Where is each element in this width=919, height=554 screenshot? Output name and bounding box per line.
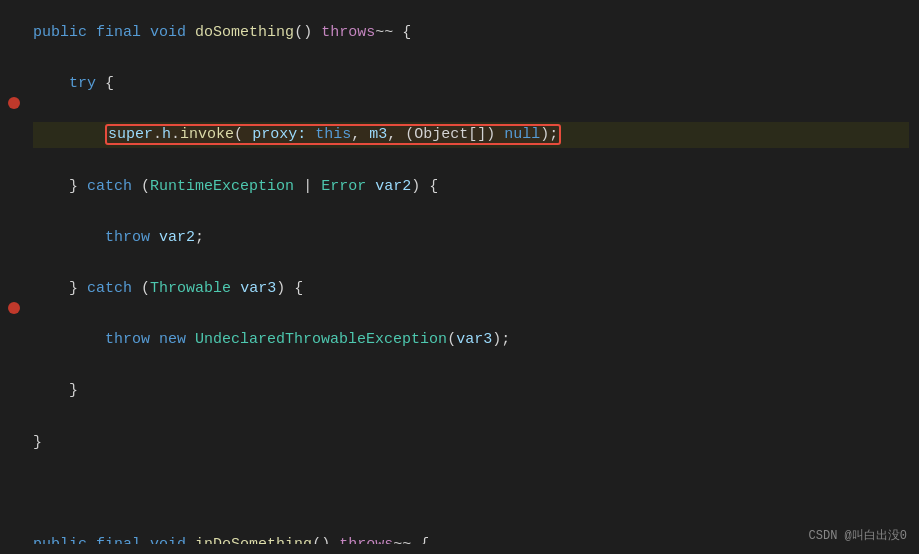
breakpoint-2 xyxy=(8,302,20,314)
watermark: CSDN @叫白出没0 xyxy=(809,527,907,546)
code-line-7: throw new UndeclaredThrowableException(v… xyxy=(33,327,909,353)
code-line-6: } catch (Throwable var3) { xyxy=(33,276,909,302)
code-line-12: public final void inDoSomething() throws… xyxy=(33,532,909,544)
gutter xyxy=(0,10,28,544)
invoke-box-1: super.h.invoke( proxy: this, m3, (Object… xyxy=(105,124,561,145)
code-line-3: super.h.invoke( proxy: this, m3, (Object… xyxy=(33,122,909,148)
code-line-8: } xyxy=(33,378,909,404)
code-line-4: } catch (RuntimeException | Error var2) … xyxy=(33,174,909,200)
code-line-2: try { xyxy=(33,71,909,97)
code-line-5: throw var2; xyxy=(33,225,909,251)
code-line-9: } xyxy=(33,430,909,456)
code-container: public final void doSomething() throws~~… xyxy=(0,0,919,554)
code-line-1: public final void doSomething() throws~~… xyxy=(33,20,909,46)
code-editor: public final void doSomething() throws~~… xyxy=(28,10,919,544)
breakpoint-1 xyxy=(8,97,20,109)
